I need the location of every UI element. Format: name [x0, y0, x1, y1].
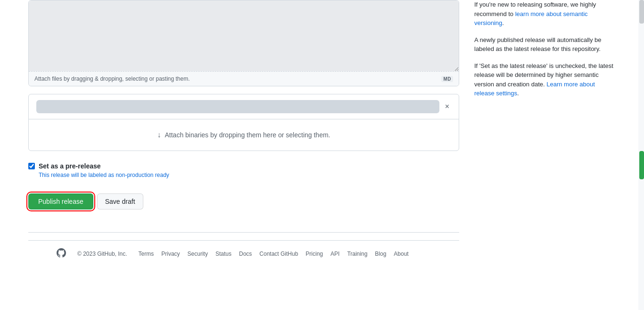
sidebar-para2: A newly published release will automatic… [474, 35, 616, 54]
binary-input-row: × [29, 94, 459, 119]
prerelease-label[interactable]: Set as a pre-release [28, 162, 459, 170]
footer-link-terms[interactable]: Terms [139, 251, 154, 257]
github-logo-icon [57, 248, 66, 259]
save-draft-button[interactable]: Save draft [97, 193, 143, 209]
release-notes-textarea[interactable] [29, 0, 459, 71]
sidebar-para3: If 'Set as the latest release' is unchec… [474, 61, 616, 98]
footer-copyright: © 2023 GitHub, Inc. [77, 251, 127, 257]
arrow-down-icon: ↓ [157, 131, 161, 139]
prerelease-checkbox-label: Set as a pre-release [39, 162, 101, 170]
right-sidebar: If you're new to releasing software, we … [467, 0, 627, 267]
scrollbar-thumb-top [639, 0, 644, 24]
binary-drop-text: Attach binaries by dropping them here or… [165, 131, 330, 139]
footer-link-blog[interactable]: Blog [375, 251, 386, 257]
footer-link-contact-github[interactable]: Contact GitHub [259, 251, 298, 257]
page-wrapper: Attach files by dragging & dropping, sel… [0, 0, 644, 310]
main-content: Attach files by dragging & dropping, sel… [0, 0, 644, 267]
footer-link-pricing[interactable]: Pricing [305, 251, 323, 257]
footer-link-security[interactable]: Security [188, 251, 208, 257]
attach-bar: Attach files by dragging & dropping, sel… [29, 71, 459, 86]
textarea-container: Attach files by dragging & dropping, sel… [28, 0, 459, 86]
footer-link-training[interactable]: Training [347, 251, 367, 257]
binary-upload-section: × ↓ Attach binaries by dropping them her… [28, 94, 459, 151]
attach-text: Attach files by dragging & dropping, sel… [34, 75, 190, 82]
actions-row: Publish release Save draft [28, 190, 459, 213]
scrollbar-track[interactable] [638, 0, 644, 310]
prerelease-section: Set as a pre-release This release will b… [28, 159, 459, 182]
footer-link-privacy[interactable]: Privacy [161, 251, 180, 257]
footer-link-docs[interactable]: Docs [239, 251, 252, 257]
binary-filename-input[interactable] [36, 100, 439, 113]
footer-link-api[interactable]: API [330, 251, 339, 257]
sidebar-para1: If you're new to releasing software, we … [474, 0, 616, 28]
left-panel: Attach files by dragging & dropping, sel… [0, 0, 467, 267]
footer-link-about[interactable]: About [394, 251, 408, 257]
prerelease-checkbox[interactable] [28, 163, 35, 169]
publish-release-button[interactable]: Publish release [28, 193, 93, 209]
footer-link-status[interactable]: Status [215, 251, 231, 257]
markdown-icon: MD [441, 76, 453, 82]
footer: © 2023 GitHub, Inc. Terms Privacy Securi… [28, 240, 459, 267]
footer-divider [28, 232, 459, 233]
scrollbar-thumb-active [639, 151, 644, 179]
binary-close-button[interactable]: × [443, 102, 451, 111]
binary-drop-zone[interactable]: ↓ Attach binaries by dropping them here … [29, 119, 459, 151]
prerelease-description: This release will be labeled as non-prod… [39, 172, 459, 178]
